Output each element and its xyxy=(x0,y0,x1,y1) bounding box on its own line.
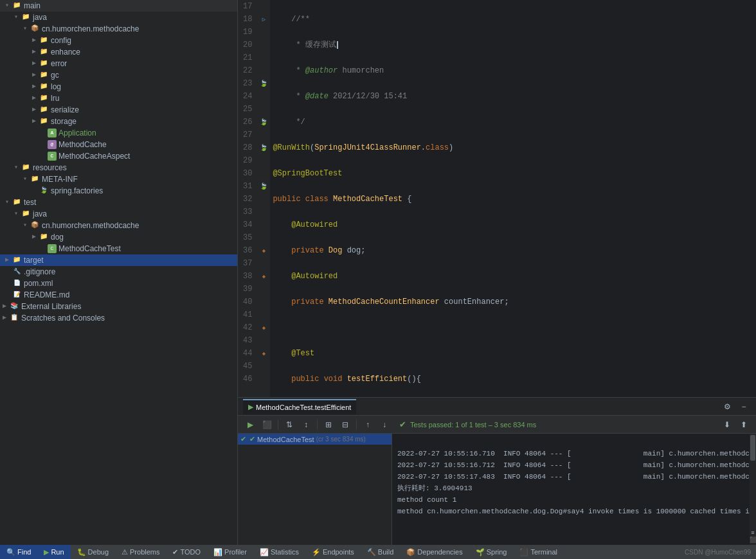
sidebar-item-lru[interactable]: ▶ 📁 lru xyxy=(0,93,237,104)
code-lines[interactable]: //** * 缓存测试 * @author humorchen * @date … xyxy=(270,0,756,397)
rerun-btn[interactable]: ▶ xyxy=(243,418,257,432)
panel-tab-bar: ▶ MethodCacheTest.testEfficient ⚙ − xyxy=(238,398,756,416)
sidebar-item-pom[interactable]: ▶ 📄 pom.xml xyxy=(0,278,237,289)
status-tab-run[interactable]: ▶ Run xyxy=(37,545,70,559)
code-line-26: private Dog dog; xyxy=(273,244,756,257)
folder-icon-meta-inf: 📁 xyxy=(30,174,40,184)
find-label: Find xyxy=(17,548,31,556)
settings-btn[interactable]: ⚙ xyxy=(720,400,734,414)
status-tab-find[interactable]: 🔍 Find xyxy=(0,545,37,559)
gutter-41 xyxy=(257,308,270,321)
sidebar-item-error[interactable]: ▶ 📁 error xyxy=(0,58,237,69)
status-tab-profiler[interactable]: 📊 Profiler xyxy=(207,545,253,559)
sidebar-item-serialize[interactable]: ▶ 📁 serialize xyxy=(0,104,237,116)
status-tab-terminal[interactable]: ⬛ Terminal xyxy=(513,545,564,559)
arrow-pom: ▶ xyxy=(3,279,12,288)
status-tab-endpoints[interactable]: ⚡ Endpoints xyxy=(305,545,361,559)
arrow-gitignore: ▶ xyxy=(3,267,12,276)
code-line-29 xyxy=(273,321,756,334)
sidebar-item-gitignore[interactable]: ▶ 🔧 .gitignore xyxy=(0,266,237,278)
sidebar-item-methodcache[interactable]: ▶ @ MethodCache xyxy=(0,139,237,150)
gutter-23: 🍃 xyxy=(257,77,270,90)
sidebar-item-java[interactable]: ▾ 📁 java xyxy=(0,12,237,23)
gutter-19 xyxy=(257,26,270,39)
status-tab-build[interactable]: 🔨 Build xyxy=(361,545,400,559)
sidebar-item-spring-factories[interactable]: ▶ 🍃 spring.factories xyxy=(0,185,237,197)
sidebar-item-cn-package[interactable]: ▾ 📦 cn.humorchen.methodcache xyxy=(0,23,237,35)
panel-toolbar: ▶ ⬛ ⇅ ↕ ⊞ ⊟ ↑ ↓ ✔ Tests passed: 1 of 1 t… xyxy=(238,416,756,434)
sidebar-item-log[interactable]: ▶ 📁 log xyxy=(0,81,237,93)
sidebar-item-test[interactable]: ▾ 📁 test xyxy=(0,197,237,208)
code-line-19: * @author humorchen xyxy=(273,64,756,77)
sidebar-item-target[interactable]: ▶ 📁 target xyxy=(0,254,237,266)
scroll-down-btn[interactable]: ↓ xyxy=(377,418,392,432)
status-tab-dependencies[interactable]: 📦 Dependencies xyxy=(400,545,469,559)
sort-duration-btn[interactable]: ↕ xyxy=(299,418,313,432)
code-line-21: */ xyxy=(273,116,756,129)
sidebar-item-methodcachetest[interactable]: ▶ C MethodCacheTest xyxy=(0,243,237,254)
run-label: Run xyxy=(51,548,64,556)
test-tree-item-methodcachetest[interactable]: ✔ ✔ MethodCacheTest (cr 3 sec 834 ms) xyxy=(238,434,392,445)
status-tab-problems[interactable]: ⚠ Problems xyxy=(115,545,166,559)
run-icon: ▶ xyxy=(44,548,49,556)
gutter-42: ◈ xyxy=(257,321,270,334)
expand-btn[interactable]: ⊞ xyxy=(321,418,336,432)
arrow-java: ▾ xyxy=(12,13,21,22)
scrollbar-thumb[interactable] xyxy=(750,435,755,461)
sidebar-item-enhance[interactable]: ▶ 📁 enhance xyxy=(0,46,237,58)
sidebar-item-gc[interactable]: ▶ 📁 gc xyxy=(0,69,237,81)
import-btn[interactable]: ⬇ xyxy=(720,418,734,432)
console-scrollbar[interactable]: ≡ ⬛ xyxy=(750,434,756,545)
sidebar-item-dog[interactable]: ▶ 📁 dog xyxy=(0,231,237,243)
folder-icon-config: 📁 xyxy=(39,35,49,46)
code-line-18: * 缓存测试 xyxy=(273,39,756,51)
label-spring-factories: spring.factories xyxy=(51,185,103,197)
gutter-34 xyxy=(257,218,270,231)
sidebar-item-main[interactable]: ▾ 📁 main xyxy=(0,0,237,12)
status-tab-debug[interactable]: 🐛 Debug xyxy=(71,545,115,559)
gitignore-icon: 🔧 xyxy=(12,267,22,277)
code-container[interactable]: 1718192021 2223242526 2728293031 3233343… xyxy=(238,0,756,397)
status-tab-todo[interactable]: ✔ TODO xyxy=(166,545,207,559)
scroll-line-down-btn[interactable]: ⬛ xyxy=(750,537,757,544)
console-line-4: 执行耗时: 3.6904913 xyxy=(397,484,473,492)
panel-content: ✔ ✔ MethodCacheTest (cr 3 sec 834 ms) 20… xyxy=(238,434,756,545)
status-tab-spring[interactable]: 🌱 Spring xyxy=(469,545,514,559)
problems-label: Problems xyxy=(130,548,159,556)
test-time-label: (cr 3 sec 834 ms) xyxy=(316,436,366,443)
sort-alpha-btn[interactable]: ⇅ xyxy=(282,418,296,432)
sidebar-item-readme[interactable]: ▶ 📝 README.md xyxy=(0,289,237,301)
sidebar-item-methodcacheaspect[interactable]: ▶ C MethodCacheAspect xyxy=(0,150,237,162)
sidebar-item-meta-inf[interactable]: ▾ 📁 META-INF xyxy=(0,173,237,185)
arrow-config: ▶ xyxy=(30,36,39,45)
md-icon: 📝 xyxy=(12,290,22,300)
arrow-main: ▾ xyxy=(3,1,12,10)
java-folder-icon-test: 📁 xyxy=(21,209,31,219)
sidebar-item-scratches[interactable]: ▶ 📋 Scratches and Consoles xyxy=(0,312,237,324)
export-btn[interactable]: ⬆ xyxy=(737,418,751,432)
sidebar-item-cn-test[interactable]: ▾ 📦 cn.humorchen.methodcache xyxy=(0,220,237,231)
terminal-icon: ⬛ xyxy=(519,548,528,556)
collapse-btn[interactable]: ⊟ xyxy=(338,418,352,432)
gutter-38: ◈ xyxy=(257,270,270,283)
scroll-up-btn[interactable]: ↑ xyxy=(361,418,375,432)
sidebar-item-config[interactable]: ▶ 📁 config xyxy=(0,35,237,46)
console-output[interactable]: 2022-07-27 10:55:16.710 INFO 48064 --- [… xyxy=(392,434,750,545)
label-serialize: serialize xyxy=(51,104,79,116)
dependencies-label: Dependencies xyxy=(417,548,462,556)
stop-btn[interactable]: ⬛ xyxy=(260,418,274,432)
label-target: target xyxy=(24,254,44,266)
sidebar-item-application[interactable]: ▶ A Application xyxy=(0,127,237,139)
close-panel-btn[interactable]: − xyxy=(737,400,751,414)
scroll-line-up-btn[interactable]: ≡ xyxy=(750,530,757,537)
arrow-spring-factories: ▶ xyxy=(30,186,39,195)
status-tab-statistics[interactable]: 📈 Statistics xyxy=(253,545,305,559)
sidebar-item-external-libs[interactable]: ▶ 📚 External Libraries xyxy=(0,301,237,312)
console-line-3: 2022-07-27 10:55:17.483 INFO 48064 --- [… xyxy=(397,473,750,481)
build-label: Build xyxy=(378,548,393,556)
sidebar-item-storage[interactable]: ▶ 📁 storage xyxy=(0,116,237,127)
sidebar-item-java-test[interactable]: ▾ 📁 java xyxy=(0,208,237,220)
folder-icon-test: 📁 xyxy=(12,197,22,208)
sidebar-item-resources[interactable]: ▾ 📁 resources xyxy=(0,162,237,173)
run-tab[interactable]: ▶ MethodCacheTest.testEfficient xyxy=(243,399,356,414)
